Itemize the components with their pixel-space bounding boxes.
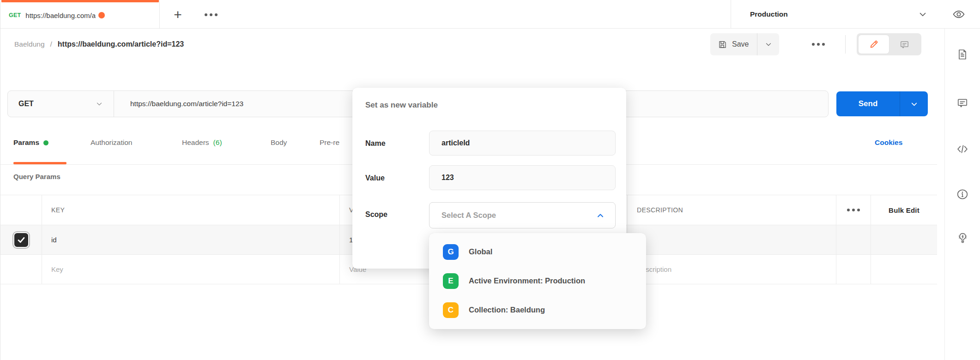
tab-params[interactable]: Params	[13, 138, 48, 147]
more-options-icon	[847, 209, 860, 211]
send-button-group: Send	[836, 91, 928, 116]
environment-dropdown-button[interactable]	[913, 5, 932, 24]
scope-placeholder: Select A Scope	[442, 211, 496, 220]
chevron-down-icon	[764, 40, 773, 48]
param-description-placeholder[interactable]: Description	[628, 255, 836, 284]
save-options-button[interactable]	[757, 33, 779, 55]
comments-mode-button[interactable]	[889, 35, 920, 54]
environment-quick-look-button[interactable]	[948, 4, 969, 25]
popup-title: Set as new variable	[365, 101, 438, 110]
tab-authorization-label: Authorization	[91, 138, 132, 147]
comments-button[interactable]	[952, 92, 973, 114]
code-snippet-button[interactable]	[952, 138, 973, 160]
param-row-options-cell	[836, 225, 871, 254]
comments-icon	[956, 97, 968, 109]
value-field-label: Value	[365, 174, 385, 182]
tab-method-label: GET	[9, 12, 21, 18]
method-label: GET	[18, 100, 34, 108]
key-column-header: KEY	[42, 195, 340, 225]
param-select-cell	[0, 225, 42, 254]
tab-headers-count: (6)	[213, 138, 222, 147]
params-active-dot-icon	[43, 140, 48, 145]
top-bar: GET https://baeldung.com/a + Production	[0, 0, 980, 29]
editor-mode-toggle	[857, 33, 921, 55]
select-column-header	[0, 195, 42, 225]
scope-option-label: Active Environment: Production	[469, 276, 585, 285]
global-badge-icon: G	[443, 244, 459, 260]
documentation-icon	[956, 48, 968, 60]
send-options-button[interactable]	[900, 91, 928, 116]
environment-badge-icon: E	[443, 273, 459, 289]
request-more-actions-button[interactable]	[808, 33, 829, 55]
tab-body-label: Body	[271, 138, 287, 147]
chevron-down-icon	[95, 100, 103, 108]
breadcrumb: Baeldung / https://baeldung.com/article?…	[14, 29, 184, 60]
scope-field-label: Scope	[365, 210, 387, 219]
info-button[interactable]	[952, 184, 973, 205]
scope-option-collection[interactable]: C Collection: Baeldung	[429, 295, 646, 324]
active-tab-accent	[1, 0, 159, 2]
name-field-label: Name	[365, 139, 386, 148]
new-tab-button[interactable]: +	[163, 4, 193, 26]
pull-request-lightbulb-icon	[956, 232, 969, 244]
bulk-edit-button[interactable]: Bulk Edit	[871, 195, 937, 225]
tab-pre-request[interactable]: Pre-re	[320, 138, 339, 147]
cookies-link[interactable]: Cookies	[875, 138, 902, 147]
scope-option-global[interactable]: G Global	[429, 237, 646, 266]
tab-pre-request-label: Pre-re	[320, 138, 339, 147]
tab-title: https://baeldung.com/a	[25, 12, 96, 19]
save-icon	[718, 40, 727, 49]
query-params-title: Query Params	[13, 173, 60, 180]
tab-headers-label: Headers	[182, 138, 209, 147]
scope-option-label: Collection: Baeldung	[469, 306, 545, 314]
more-options-icon	[205, 13, 218, 16]
scope-option-environment[interactable]: E Active Environment: Production	[429, 266, 646, 295]
breadcrumb-collection[interactable]: Baeldung	[14, 40, 45, 48]
tab-headers[interactable]: Headers (6)	[182, 138, 222, 147]
tab-authorization[interactable]: Authorization	[91, 138, 132, 147]
comment-icon	[899, 39, 910, 50]
more-options-icon	[812, 43, 825, 46]
param-row-spacer-cell	[871, 255, 937, 284]
description-column-header: DESCRIPTION	[628, 195, 836, 225]
param-key-cell[interactable]: id	[42, 225, 340, 254]
tab-params-label: Params	[13, 138, 39, 147]
toolbar-divider	[845, 35, 846, 54]
variable-name-input[interactable]	[429, 131, 616, 156]
edit-mode-button[interactable]	[859, 35, 889, 54]
pull-request-lightbulb-button[interactable]	[952, 227, 973, 248]
chevron-down-icon	[910, 100, 919, 108]
save-button[interactable]: Save	[710, 33, 757, 55]
documentation-button[interactable]	[952, 44, 973, 65]
column-options-button[interactable]	[836, 195, 871, 225]
breadcrumb-separator: /	[50, 40, 52, 48]
param-select-cell	[0, 255, 42, 284]
param-key-placeholder[interactable]: Key	[42, 255, 340, 284]
code-snippet-icon	[956, 143, 969, 156]
scope-option-label: Global	[469, 247, 492, 256]
pencil-icon	[869, 39, 879, 49]
param-row-options-cell	[836, 255, 871, 284]
method-selector[interactable]: GET	[8, 91, 114, 117]
environment-selector[interactable]: Production	[750, 0, 788, 29]
send-button[interactable]: Send	[836, 91, 900, 116]
variable-value-input[interactable]	[429, 165, 616, 190]
active-tab-underline	[13, 162, 67, 164]
save-button-label: Save	[732, 40, 749, 48]
scope-dropdown-menu: G Global E Active Environment: Productio…	[429, 233, 646, 329]
info-icon	[956, 188, 968, 200]
param-row-spacer-cell	[871, 225, 937, 254]
scope-select[interactable]: Select A Scope	[429, 202, 616, 228]
tab-options-button[interactable]	[196, 4, 226, 26]
unsaved-dot-icon	[98, 12, 105, 18]
environment-divider	[731, 0, 731, 29]
param-description-cell[interactable]	[628, 225, 836, 254]
save-button-group: Save	[710, 33, 779, 55]
eye-icon	[953, 8, 965, 20]
chevron-up-icon	[596, 211, 605, 220]
request-tab[interactable]: GET https://baeldung.com/a	[0, 0, 160, 29]
param-enabled-checkbox[interactable]	[13, 232, 29, 248]
tab-body[interactable]: Body	[271, 138, 287, 147]
breadcrumb-request-name[interactable]: https://baeldung.com/article?id=123	[58, 40, 184, 48]
checkmark-icon	[16, 235, 26, 245]
